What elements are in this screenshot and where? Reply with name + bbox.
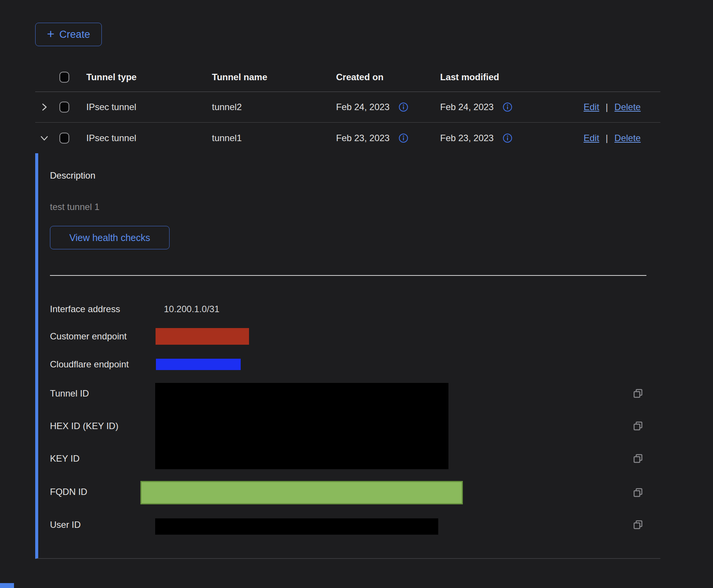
tunnels-table: Tunnel type Tunnel name Created on Last … [35, 62, 660, 153]
column-header-tunnel-name: Tunnel name [212, 72, 267, 82]
info-icon[interactable] [399, 102, 408, 112]
info-icon[interactable] [503, 133, 512, 143]
actions-separator: | [606, 133, 608, 143]
delete-link-tunnel1[interactable]: Delete [615, 133, 641, 143]
create-button-label: Create [59, 29, 90, 40]
customer-endpoint-label: Customer endpoint [50, 331, 127, 342]
tunnel-name-cell: tunnel1 [212, 133, 242, 143]
copy-icon-key-id[interactable] [633, 453, 643, 464]
description-label: Description [50, 170, 95, 181]
user-id-redacted-value [155, 518, 438, 535]
info-icon[interactable] [503, 102, 512, 112]
last-modified-cell: Feb 23, 2023 [440, 133, 512, 143]
view-health-checks-button[interactable]: View health checks [50, 226, 170, 249]
edit-link-tunnel2[interactable]: Edit [584, 102, 599, 112]
copy-icon-hex-id[interactable] [633, 421, 643, 431]
hex-id-label: HEX ID (KEY ID) [50, 421, 118, 431]
chevron-right-icon[interactable] [40, 103, 50, 112]
cloudflare-endpoint-label: Cloudflare endpoint [50, 359, 129, 370]
plus-icon: + [47, 27, 54, 40]
created-on-cell: Feb 23, 2023 [336, 133, 408, 143]
column-header-last-modified: Last modified [440, 72, 499, 82]
customer-endpoint-redacted-value [156, 328, 249, 345]
info-icon[interactable] [399, 133, 408, 143]
interface-address-value: 10.200.1.0/31 [164, 304, 220, 314]
table-row-tunnel2: IPsec tunnel tunnel2 Feb 24, 2023 Feb 24… [35, 92, 660, 123]
description-value: test tunnel 1 [50, 202, 100, 212]
row-actions: Edit | Delete [584, 102, 641, 112]
key-id-label: KEY ID [50, 453, 79, 464]
ids-redacted-values [155, 383, 448, 469]
modified-date: Feb 24, 2023 [440, 102, 493, 112]
fqdn-id-redacted-value [140, 481, 463, 504]
tunnel-type-cell: IPsec tunnel [86, 133, 136, 143]
table-header-row: Tunnel type Tunnel name Created on Last … [35, 62, 660, 92]
row-checkbox-tunnel1[interactable] [59, 132, 69, 143]
modified-date: Feb 23, 2023 [440, 133, 493, 143]
tunnel-detail-panel: Description test tunnel 1 View health ch… [35, 153, 660, 559]
interface-address-label: Interface address [50, 304, 120, 314]
created-date: Feb 24, 2023 [336, 102, 389, 112]
edit-link-tunnel1[interactable]: Edit [584, 133, 599, 143]
copy-icon-user-id[interactable] [633, 520, 643, 530]
cloudflare-endpoint-redacted-value [156, 359, 241, 370]
tunnel-type-cell: IPsec tunnel [86, 102, 136, 112]
create-button[interactable]: + Create [35, 23, 102, 46]
tunnels-page: + Create Tunnel type Tunnel name Created… [0, 0, 713, 588]
actions-separator: | [606, 102, 608, 112]
created-on-cell: Feb 24, 2023 [336, 102, 408, 112]
tunnel-name-cell: tunnel2 [212, 102, 242, 112]
select-all-checkbox[interactable] [59, 72, 69, 82]
delete-link-tunnel2[interactable]: Delete [615, 102, 641, 112]
column-header-tunnel-type: Tunnel type [86, 72, 137, 82]
detail-divider [50, 275, 646, 276]
user-id-label: User ID [50, 520, 81, 530]
copy-icon-tunnel-id[interactable] [633, 388, 643, 399]
column-header-created-on: Created on [336, 72, 383, 82]
tunnel-id-label: Tunnel ID [50, 388, 89, 399]
last-modified-cell: Feb 24, 2023 [440, 102, 512, 112]
chevron-down-icon[interactable] [40, 134, 50, 143]
row-checkbox-tunnel2[interactable] [59, 102, 69, 113]
copy-icon-fqdn-id[interactable] [633, 487, 643, 498]
created-date: Feb 23, 2023 [336, 133, 389, 143]
table-row-tunnel1: IPsec tunnel tunnel1 Feb 23, 2023 Feb 23… [35, 123, 660, 153]
bottom-left-accent [0, 583, 14, 588]
row-actions: Edit | Delete [584, 133, 641, 143]
fqdn-id-label: FQDN ID [50, 487, 87, 497]
